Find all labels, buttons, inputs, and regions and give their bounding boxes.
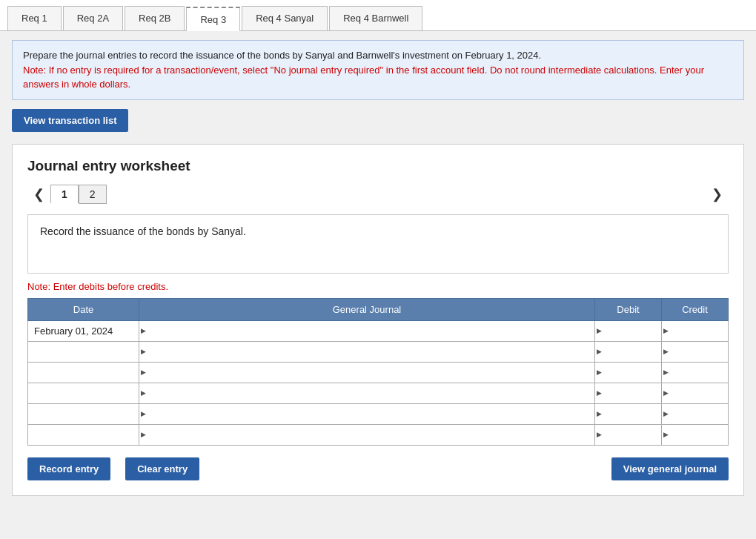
view-transaction-wrap: View transaction list	[12, 109, 744, 132]
credit-input-4[interactable]	[662, 404, 728, 424]
table-row	[28, 403, 729, 424]
debit-cell-0	[595, 320, 662, 341]
date-cell-1	[28, 341, 139, 362]
next-page-arrow[interactable]: ❯	[706, 185, 729, 204]
debit-input-3[interactable]	[595, 383, 661, 403]
credit-cell-5	[662, 424, 729, 445]
date-input-2[interactable]	[28, 363, 139, 383]
journal-input-5[interactable]	[139, 425, 594, 445]
journal-input-0[interactable]	[139, 321, 594, 341]
journal-input-3[interactable]	[139, 383, 594, 403]
info-main-text: Prepare the journal entries to record th…	[23, 50, 541, 61]
col-debit-header: Debit	[595, 298, 662, 320]
col-date-header: Date	[28, 298, 139, 320]
page-tab-2[interactable]: 2	[79, 185, 107, 204]
table-row	[28, 362, 729, 383]
date-input-4[interactable]	[28, 404, 139, 424]
journal-cell-4	[139, 403, 595, 424]
clear-entry-button[interactable]: Clear entry	[125, 457, 199, 480]
tab-req4barnwell[interactable]: Req 4 Barnwell	[329, 6, 422, 30]
note-debits: Note: Enter debits before credits.	[27, 281, 729, 292]
description-text: Record the issuance of the bonds by Sany…	[40, 225, 246, 237]
date-cell-2	[28, 362, 139, 383]
date-input-3[interactable]	[28, 383, 139, 403]
journal-input-2[interactable]	[139, 363, 594, 383]
table-row	[28, 424, 729, 445]
date-cell-0: February 01, 2024	[28, 320, 139, 341]
credit-input-0[interactable]	[662, 321, 728, 341]
tab-req1[interactable]: Req 1	[7, 6, 62, 30]
debit-input-0[interactable]	[595, 321, 661, 341]
journal-cell-3	[139, 383, 595, 403]
date-cell-4	[28, 403, 139, 424]
debit-cell-3	[595, 383, 662, 403]
tab-req4sanyal[interactable]: Req 4 Sanyal	[242, 6, 328, 30]
table-row	[28, 383, 729, 403]
credit-input-1[interactable]	[662, 342, 728, 362]
col-journal-header: General Journal	[139, 298, 595, 320]
journal-cell-1	[139, 341, 595, 362]
credit-input-3[interactable]	[662, 383, 728, 403]
col-credit-header: Credit	[662, 298, 729, 320]
date-cell-5	[28, 424, 139, 445]
worksheet-card: Journal entry worksheet ❮ 1 2 ❯ Record t…	[12, 144, 744, 496]
view-transaction-button[interactable]: View transaction list	[12, 109, 128, 132]
credit-input-5[interactable]	[662, 425, 728, 445]
page-nav: ❮ 1 2 ❯	[27, 185, 729, 204]
journal-cell-0	[139, 320, 595, 341]
debit-cell-4	[595, 403, 662, 424]
date-input-5[interactable]	[28, 425, 139, 445]
prev-page-arrow[interactable]: ❮	[27, 185, 50, 204]
credit-cell-2	[662, 362, 729, 383]
tab-req2a[interactable]: Req 2A	[63, 6, 123, 30]
info-note-text: Note: If no entry is required for a tran…	[23, 65, 704, 90]
bottom-buttons: Record entry Clear entry View general jo…	[27, 457, 729, 480]
tab-req2b[interactable]: Req 2B	[125, 6, 185, 30]
view-general-journal-button[interactable]: View general journal	[611, 457, 729, 480]
debit-cell-5	[595, 424, 662, 445]
description-box: Record the issuance of the bonds by Sany…	[27, 214, 729, 274]
worksheet-title: Journal entry worksheet	[27, 158, 729, 174]
debit-cell-2	[595, 362, 662, 383]
page-tab-1[interactable]: 1	[50, 185, 79, 203]
tabs-bar: Req 1 Req 2A Req 2B Req 3 Req 4 Sanyal R…	[0, 0, 756, 31]
credit-cell-1	[662, 341, 729, 362]
info-box: Prepare the journal entries to record th…	[12, 40, 744, 100]
credit-cell-4	[662, 403, 729, 424]
journal-table: Date General Journal Debit Credit Februa…	[27, 298, 729, 446]
credit-input-2[interactable]	[662, 363, 728, 383]
debit-input-4[interactable]	[595, 404, 661, 424]
date-cell-3	[28, 383, 139, 403]
debit-input-2[interactable]	[595, 363, 661, 383]
journal-cell-2	[139, 362, 595, 383]
tab-req3[interactable]: Req 3	[186, 7, 240, 31]
journal-input-1[interactable]	[139, 342, 594, 362]
debit-cell-1	[595, 341, 662, 362]
record-entry-button[interactable]: Record entry	[27, 457, 110, 480]
table-row: February 01, 2024	[28, 320, 729, 341]
debit-input-5[interactable]	[595, 425, 661, 445]
credit-cell-0	[662, 320, 729, 341]
debit-input-1[interactable]	[595, 342, 661, 362]
credit-cell-3	[662, 383, 729, 403]
journal-cell-5	[139, 424, 595, 445]
date-input-1[interactable]	[28, 342, 139, 362]
table-row	[28, 341, 729, 362]
journal-input-4[interactable]	[139, 404, 594, 424]
